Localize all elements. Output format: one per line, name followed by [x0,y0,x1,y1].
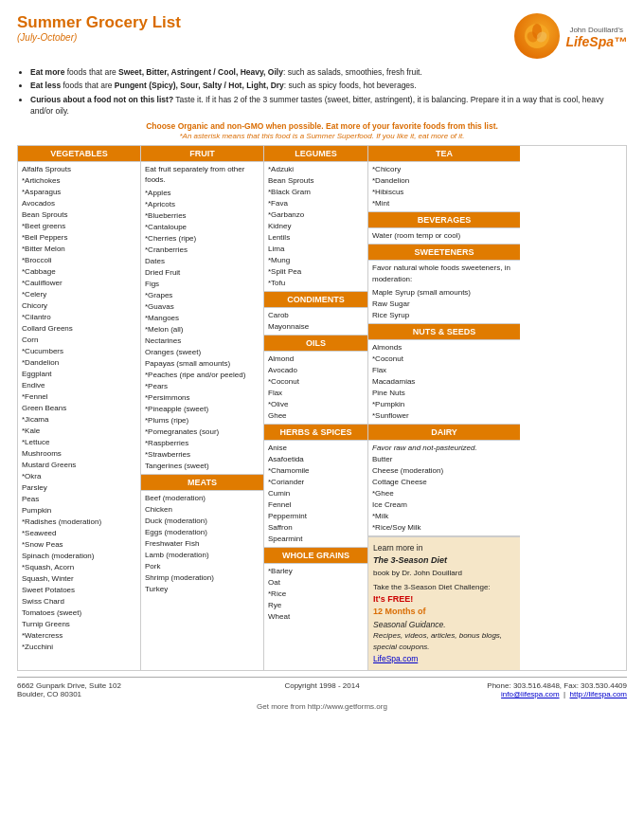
list-item: Green Beans [22,403,136,414]
meats-list: Beef (moderation) Chicken Duck (moderati… [145,493,259,595]
dairy-content: Favor raw and not-pasteurized. Butter Ch… [368,441,520,536]
list-item: *Asparagus [22,187,136,198]
vegetables-header: VEGETABLES [18,146,140,162]
list-item: Butter [372,454,516,465]
list-item: Kidney [268,221,364,232]
sweeteners-list: Maple Syrup (small amounts) Raw Sugar Ri… [372,287,516,321]
vegetables-list: Alfalfa Sprouts *Artichokes *Asparagus A… [22,164,136,653]
bullet-1: Eat more foods that are Sweet, Bitter, A… [30,66,627,78]
footer-phone: Phone: 303.516.4848, Fax: 303.530.4409 [423,681,627,690]
list-item: *Seaweed [22,528,136,539]
list-item: Nectarines [145,335,259,347]
list-item: Bean Sprouts [22,209,136,221]
oils-list: Almond Avocado *Coconut Flax *Olive Ghee [268,354,364,422]
footer-copyright: Copyright 1998 - 2014 [221,681,424,698]
list-item: *Celery [22,289,136,300]
list-item: *Ghee [372,488,516,499]
list-item: *Radishes (moderation) [22,517,136,528]
list-item: Peas [22,494,136,505]
list-item: *Fennel [22,391,136,403]
meats-header: MEATS [141,475,263,491]
list-item: *Snow Peas [22,539,136,551]
list-item: Rice Syrup [372,310,516,321]
list-item: *Grapes [145,290,259,301]
list-item: Pork [145,561,259,572]
list-item: Oat [268,577,364,589]
promo-extras: Recipes, videos, articles, bonus blogs, … [373,630,515,653]
bullets-list: Eat more foods that are Sweet, Bitter, A… [17,66,627,117]
herbs-list: Anise Asafoetida *Chamomile *Coriander C… [268,443,364,545]
list-item: Tangerines (sweet) [145,461,259,472]
condiments-list: Carob Mayonnaise [268,310,364,333]
list-item: Sweet Potatoes [22,585,136,596]
list-item: Maple Syrup (small amounts) [372,287,516,299]
list-item: *Okra [22,471,136,482]
list-item: *Bitter Melon [22,244,136,255]
list-item: *Rice [268,589,364,600]
title-block: Summer Grocery List (July-October) [17,13,181,43]
list-item: *Kale [22,426,136,437]
list-item: *Raspberries [145,438,259,449]
dairy-header: DAIRY [368,425,520,441]
list-item: *Coriander [268,477,364,488]
dairy-note: Favor raw and not-pasteurized. [372,443,516,454]
promo-learn: Learn more in [373,542,515,554]
list-item: *Sunflower [372,410,516,422]
list-item: *Mint [372,198,516,209]
list-item: *Pumpkin [372,399,516,410]
list-item: Spinach (moderation) [22,551,136,562]
list-item: Carob [268,310,364,321]
condiments-header: CONDIMENTS [264,292,367,308]
list-item: *Apples [145,188,259,199]
list-item: Duck (moderation) [145,516,259,527]
nuts-content: Almonds *Coconut Flax Macadamias Pine Nu… [368,340,520,425]
list-item: Spearmint [268,534,364,545]
list-item: Anise [268,443,364,454]
logo-brand: LifeSpa™ [565,34,627,49]
sweeteners-header: SWEETENERS [368,245,520,261]
tea-list: *Chicory *Dandelion *Hibiscus *Mint [372,164,516,209]
list-item: Dried Fruit [145,267,259,279]
fruit-header: FRUIT [141,146,263,162]
list-item: Lamb (moderation) [145,550,259,561]
footer-address-line1: 6662 Gunpark Drive, Suite 102 [17,681,221,690]
oils-content: Almond Avocado *Coconut Flax *Olive Ghee [264,352,367,425]
list-item: Peppermint [268,511,364,522]
list-item: Ice Cream [372,499,516,511]
list-item: *Cauliflower [22,278,136,289]
list-item: Papayas (small amounts) [145,358,259,370]
footer-website-link[interactable]: http://lifespa.com [570,690,627,698]
list-item: *Barley [268,566,364,577]
list-item: Pine Nuts [372,388,516,399]
footer-email-link[interactable]: info@lifespa.com [501,690,559,698]
fruit-content: *Apples *Apricots *Blueberries *Cantalou… [141,186,263,475]
list-item: Asafoetida [268,454,364,465]
oils-header: OILS [264,335,367,352]
list-item: Endive [22,380,136,391]
list-item: *Cranberries [145,245,259,256]
list-item: Swiss Chard [22,596,136,607]
page-subtitle: (July-October) [17,32,181,43]
list-item: Raw Sugar [372,299,516,310]
list-item: *Pomegranates (sour) [145,426,259,438]
footer-address-line2: Boulder, CO 80301 [17,690,221,698]
list-item: *Garbanzo [268,209,364,221]
list-item: Mustard Greens [22,460,136,471]
promo-guidance: Seasonal Guidance. [373,619,515,631]
grains-header: WHOLE GRAINS [264,548,367,564]
list-item: *Cilantro [22,312,136,323]
list-item: Mushrooms [22,448,136,460]
footer-contact: Phone: 303.516.4848, Fax: 303.530.4409 i… [423,681,627,698]
list-item: Rye [268,600,364,611]
legumes-col: LEGUMES *Adzuki Bean Sprouts *Black Gram… [264,146,368,670]
vegetables-col: VEGETABLES Alfalfa Sprouts *Artichokes *… [18,146,141,670]
list-item: Parsley [22,482,136,494]
promo-link[interactable]: LifeSpa.com [373,653,515,665]
list-item: Pumpkin [22,505,136,517]
herbs-content: Anise Asafoetida *Chamomile *Coriander C… [264,441,367,548]
fruit-col: FRUIT Eat fruit separately from other fo… [141,146,264,670]
list-item: Cumin [268,488,364,499]
vegetables-content: Alfalfa Sprouts *Artichokes *Asparagus A… [18,162,140,655]
header-row: Summer Grocery List (July-October) John … [17,13,627,61]
list-item: Eggs (moderation) [145,527,259,538]
